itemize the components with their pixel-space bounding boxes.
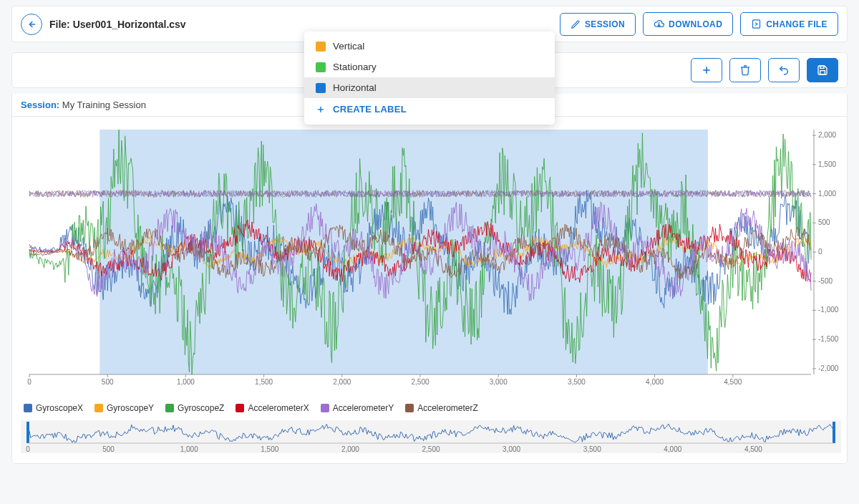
svg-text:1,500: 1,500	[255, 378, 273, 386]
dropdown-item-stationary[interactable]: Stationary	[304, 57, 555, 77]
label-dropdown[interactable]: VerticalStationaryHorizontalCREATE LABEL	[304, 32, 555, 125]
svg-text:2,000: 2,000	[818, 131, 836, 139]
legend-label: GyroscopeX	[36, 403, 83, 413]
legend-label: AccelerometerY	[333, 403, 394, 413]
cloud-download-icon	[654, 19, 664, 29]
svg-text:-1,500: -1,500	[818, 335, 839, 343]
svg-text:-1,000: -1,000	[818, 306, 839, 314]
svg-text:3,500: 3,500	[583, 445, 601, 453]
dropdown-item-horizontal[interactable]: Horizontal	[304, 77, 555, 98]
legend-item[interactable]: AccelerometerX	[236, 403, 309, 413]
svg-text:1,500: 1,500	[261, 445, 278, 453]
pencil-icon	[571, 19, 581, 29]
svg-text:0: 0	[26, 445, 30, 453]
legend-label: AccelerometerX	[248, 403, 309, 413]
svg-text:3,000: 3,000	[503, 445, 520, 453]
svg-text:-2,000: -2,000	[818, 364, 839, 372]
svg-text:0: 0	[27, 378, 31, 386]
svg-text:1,000: 1,000	[177, 378, 195, 386]
color-swatch	[316, 83, 326, 93]
back-button[interactable]	[21, 14, 42, 35]
session-key: Session:	[21, 100, 59, 110]
trash-icon	[739, 64, 751, 76]
legend-item[interactable]: GyroscopeX	[24, 403, 83, 413]
plus-icon	[701, 64, 712, 76]
undo-button[interactable]	[768, 58, 800, 82]
legend-label: AccelerometerZ	[417, 403, 478, 413]
timeseries-chart[interactable]: -2,000-1,500-1,000-50005001,0001,5002,00…	[21, 124, 841, 396]
svg-text:4,500: 4,500	[724, 378, 742, 386]
svg-text:500: 500	[102, 378, 114, 386]
svg-rect-2	[753, 20, 760, 28]
svg-text:2,000: 2,000	[333, 378, 351, 386]
color-swatch	[24, 404, 32, 412]
svg-rect-6	[820, 71, 825, 74]
svg-text:4,000: 4,000	[646, 378, 664, 386]
svg-text:500: 500	[102, 445, 115, 453]
svg-text:2,000: 2,000	[341, 445, 359, 453]
legend-item[interactable]: AccelerometerZ	[405, 403, 478, 413]
overview-chart[interactable]: 05001,0001,5002,0002,5003,0003,5004,0004…	[21, 420, 841, 453]
delete-label-button[interactable]	[729, 58, 761, 82]
color-swatch	[405, 404, 414, 412]
svg-text:3,500: 3,500	[568, 378, 586, 386]
svg-text:0: 0	[818, 248, 822, 256]
session-button[interactable]: SESSION	[560, 13, 636, 36]
save-icon	[817, 64, 828, 76]
chart-panel: -2,000-1,500-1,000-50005001,0001,5002,00…	[11, 117, 848, 464]
color-swatch	[94, 404, 103, 412]
legend-label: GyroscopeZ	[178, 403, 224, 413]
change-file-icon	[751, 19, 762, 29]
legend-item[interactable]: AccelerometerY	[321, 403, 394, 413]
svg-text:500: 500	[818, 218, 830, 226]
add-label-button[interactable]	[691, 58, 722, 82]
svg-text:2,500: 2,500	[422, 445, 440, 453]
chart-legend: GyroscopeXGyroscopeYGyroscopeZAccelerome…	[24, 403, 838, 413]
plus-icon	[316, 105, 326, 115]
svg-text:1,000: 1,000	[818, 190, 836, 198]
dropdown-item-label: Stationary	[333, 62, 377, 72]
download-button[interactable]: DOWNLOAD	[643, 12, 733, 36]
session-name: My Training Session	[62, 100, 146, 110]
svg-text:4,000: 4,000	[664, 445, 681, 453]
svg-text:4,500: 4,500	[744, 445, 762, 453]
svg-text:1,000: 1,000	[180, 445, 198, 453]
create-label-button[interactable]: CREATE LABEL	[304, 98, 555, 120]
svg-rect-5	[820, 66, 824, 68]
dropdown-item-label: Horizontal	[333, 82, 377, 93]
undo-icon	[777, 64, 790, 76]
svg-text:-500: -500	[818, 277, 833, 285]
svg-text:2,500: 2,500	[411, 378, 429, 386]
arrow-left-icon	[26, 19, 37, 30]
color-swatch	[316, 62, 326, 72]
legend-label: GyroscopeY	[107, 403, 154, 413]
color-swatch	[236, 404, 244, 412]
file-label: File: User001_Horizontal.csv	[49, 19, 186, 30]
save-button[interactable]	[807, 58, 838, 82]
svg-text:3,000: 3,000	[490, 378, 508, 386]
svg-text:1,500: 1,500	[818, 160, 836, 168]
legend-item[interactable]: GyroscopeY	[94, 403, 154, 413]
color-swatch	[316, 42, 326, 52]
dropdown-item-label: Vertical	[333, 41, 364, 52]
color-swatch	[165, 404, 174, 412]
color-swatch	[321, 404, 329, 412]
change-file-button[interactable]: CHANGE FILE	[740, 12, 838, 36]
dropdown-item-vertical[interactable]: Vertical	[304, 36, 555, 57]
legend-item[interactable]: GyroscopeZ	[165, 403, 224, 413]
